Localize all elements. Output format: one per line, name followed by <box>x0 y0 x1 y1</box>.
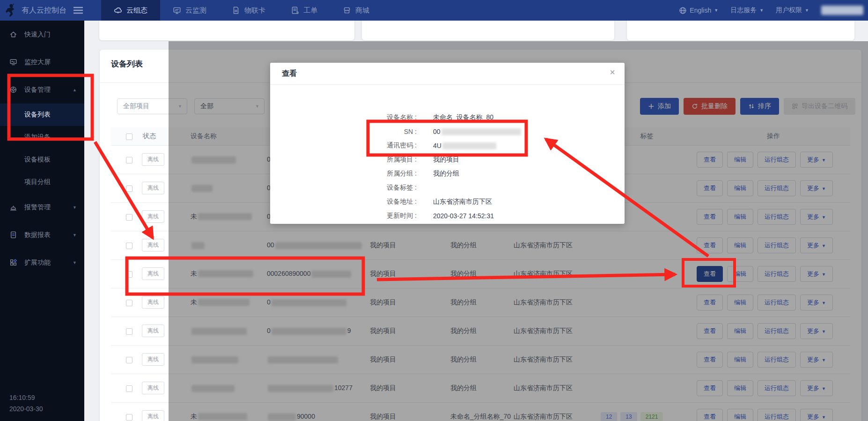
brand: 有人云控制台 <box>0 0 94 21</box>
row-checkbox[interactable] <box>126 271 132 278</box>
status-badge: 离线 <box>142 410 164 421</box>
shop-icon <box>343 6 351 15</box>
sidebar-subitem-项目分组[interactable]: 项目分组 <box>0 171 84 193</box>
nav-tab-商城[interactable]: 商城 <box>330 0 382 21</box>
modal-field-label: 所属项目 <box>270 155 417 164</box>
modal-field-label: SN <box>270 128 417 135</box>
modal-field-value: 4U <box>433 142 497 149</box>
monitor-icon <box>173 6 181 15</box>
nav-right: English▼日志服务▼用户权限▼ <box>679 0 863 21</box>
device-icon <box>9 86 17 94</box>
chevron-down-icon: ▼ <box>73 205 77 210</box>
sidebar-item-label: 设备管理 <box>24 86 51 94</box>
stat-card-2 <box>362 21 614 40</box>
nav-tab-云组态[interactable]: 云组态 <box>101 0 160 21</box>
modal-field: 所属项目我的项目 <box>270 153 625 167</box>
hamburger-menu-icon[interactable] <box>73 7 83 14</box>
modal-field-label: 设备标签 <box>270 184 417 192</box>
modal-field: 设备标签 <box>270 181 625 195</box>
modal-field-value: 我的分组 <box>433 170 459 178</box>
cloud-icon <box>114 6 122 15</box>
nav-tab-label: 工单 <box>303 6 317 15</box>
status-badge: 离线 <box>142 296 164 309</box>
stat-card-1 <box>99 21 354 40</box>
extend-icon <box>9 259 17 266</box>
page-title: 设备列表 <box>111 59 143 69</box>
stat-card-3 <box>627 21 854 40</box>
username-redacted <box>821 6 863 15</box>
modal-field-value: 00 <box>433 128 522 135</box>
work-order-icon <box>291 6 299 15</box>
sidebar-menu: 快速入门监控大屏设备管理▲设备列表添加设备设备模板项目分组报警管理▼数据报表▼扩… <box>0 21 84 276</box>
modal-field-value: 2020-03-27 14:52:31 <box>433 212 494 220</box>
modal-field-label: 通讯密码 <box>270 141 417 150</box>
status-badge: 离线 <box>142 153 164 166</box>
row-checkbox[interactable] <box>126 385 132 392</box>
row-checkbox[interactable] <box>126 414 132 421</box>
modal-field-label: 设备地址 <box>270 198 417 206</box>
row-checkbox[interactable] <box>126 357 132 363</box>
nav-menu-label: English <box>690 7 711 14</box>
chevron-down-icon: ▼ <box>714 8 718 13</box>
globe-icon <box>679 7 687 15</box>
sidebar-item-数据报表[interactable]: 数据报表▼ <box>0 221 84 249</box>
modal-fields: 设备名称未命名_设备名称_80SN00通讯密码4U所属项目我的项目所属分组我的分… <box>270 111 625 223</box>
nav-menu-用户权限[interactable]: 用户权限▼ <box>776 6 809 15</box>
modal-field: 通讯密码4U <box>270 139 625 153</box>
project-filter-value: 全部项目 <box>123 102 149 111</box>
app-root: 有人云控制台 云组态云监测物联卡工单商城 English▼日志服务▼用户权限▼ … <box>0 0 868 421</box>
sidebar-item-label: 报警管理 <box>24 203 51 212</box>
row-checkbox[interactable] <box>126 300 132 306</box>
alarm-icon <box>9 203 17 211</box>
modal-field-value: 山东省济南市历下区 <box>433 198 492 206</box>
nav-tab-label: 云组态 <box>126 6 147 15</box>
nav-menu-English[interactable]: English▼ <box>679 7 718 15</box>
modal-field: 设备名称未命名_设备名称_80 <box>270 111 625 125</box>
sidebar: 快速入门监控大屏设备管理▲设备列表添加设备设备模板项目分组报警管理▼数据报表▼扩… <box>0 21 84 421</box>
sidebar-item-设备管理[interactable]: 设备管理▲ <box>0 76 84 103</box>
sidebar-subitem-设备列表[interactable]: 设备列表 <box>0 103 84 126</box>
row-checkbox[interactable] <box>126 157 132 163</box>
nav-tab-label: 云监测 <box>185 6 206 15</box>
home-icon <box>9 30 17 38</box>
status-badge: 离线 <box>142 325 164 337</box>
clock-time: 16:10:59 <box>9 392 43 403</box>
console-title: 有人云控制台 <box>22 6 66 15</box>
col-header-checkbox <box>111 127 137 145</box>
chevron-down-icon: ▼ <box>73 233 77 237</box>
redacted-text <box>442 142 496 149</box>
row-checkbox[interactable] <box>126 214 132 221</box>
sidebar-item-label: 监控大屏 <box>24 58 51 66</box>
nav-tab-label: 商城 <box>355 6 369 15</box>
nav-tab-云监测[interactable]: 云监测 <box>160 0 219 21</box>
select-all-checkbox[interactable] <box>126 133 132 140</box>
view-modal: 查看 × 设备名称未命名_设备名称_80SN00通讯密码4U所属项目我的项目所属… <box>270 63 625 224</box>
nav-tab-物联卡[interactable]: 物联卡 <box>219 0 278 21</box>
sidebar-item-监控大屏[interactable]: 监控大屏 <box>0 48 84 76</box>
status-badge: 离线 <box>142 182 164 194</box>
sidebar-subitem-设备模板[interactable]: 设备模板 <box>0 148 84 171</box>
sidebar-item-扩展功能[interactable]: 扩展功能▼ <box>0 249 84 276</box>
modal-divider <box>270 84 625 85</box>
modal-title: 查看 <box>282 69 297 79</box>
top-nav: 有人云控制台 云组态云监测物联卡工单商城 English▼日志服务▼用户权限▼ <box>0 0 868 21</box>
nav-tab-工单[interactable]: 工单 <box>278 0 330 21</box>
row-checkbox[interactable] <box>126 328 132 335</box>
modal-field-label: 设备名称 <box>270 113 417 122</box>
modal-field-value: 未命名_设备名称_80 <box>433 113 493 122</box>
sidebar-clock: 16:10:59 2020-03-30 <box>9 392 43 414</box>
modal-field-label: 所属分组 <box>270 170 417 178</box>
close-icon[interactable]: × <box>610 67 615 77</box>
sidebar-item-label: 数据报表 <box>24 231 51 239</box>
sidebar-item-label: 快速入门 <box>24 30 51 39</box>
sidebar-subitem-添加设备[interactable]: 添加设备 <box>0 126 84 148</box>
status-badge: 离线 <box>142 267 164 280</box>
chevron-down-icon: ▼ <box>759 8 764 13</box>
row-checkbox[interactable] <box>126 185 132 192</box>
modal-field: SN00 <box>270 125 625 139</box>
modal-field-label: 更新时间 <box>270 212 417 220</box>
sidebar-item-报警管理[interactable]: 报警管理▼ <box>0 193 84 221</box>
nav-menu-日志服务[interactable]: 日志服务▼ <box>730 6 764 15</box>
sidebar-item-快速入门[interactable]: 快速入门 <box>0 21 84 48</box>
row-checkbox[interactable] <box>126 243 132 249</box>
